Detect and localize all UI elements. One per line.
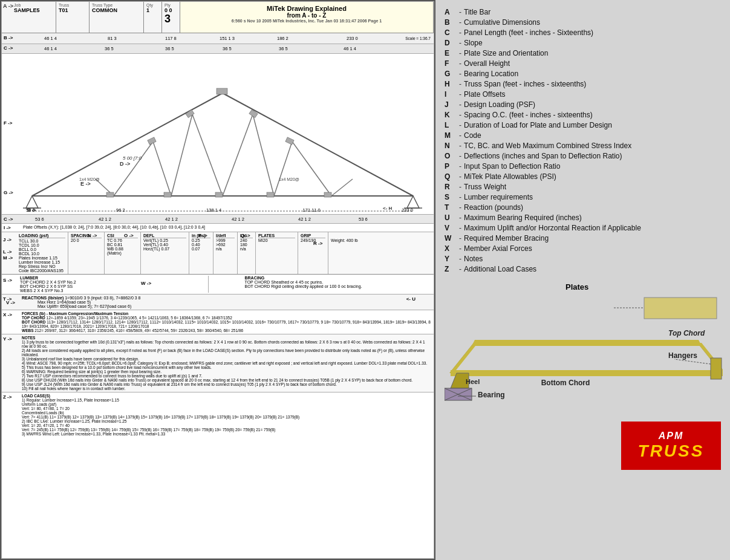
csi-matrix: (Matrix) xyxy=(107,251,138,255)
dim-b-1: 46 1 4 xyxy=(44,36,57,41)
type-value: COMMON xyxy=(92,7,141,13)
svg-text:1x4 M20@: 1x4 M20@ xyxy=(279,177,299,181)
legend-text-j: Design Loading (PSF) xyxy=(464,100,535,109)
dim-c-2: 36 5 xyxy=(105,46,114,51)
svg-text:D ->: D -> xyxy=(120,161,130,167)
arrow-j-label: J -> xyxy=(3,237,11,243)
defl-col: O -> DEFL Vert(TL) 0.25 Vert(TL) 0.40 Ho… xyxy=(141,232,189,274)
legend-letter-q: Q xyxy=(445,172,457,181)
in-loc-col: in (loc) 0.25 0.40 0.07 xyxy=(189,232,213,274)
load-cases-row: Z -> LOAD CASE(S) 1) Regular: Lumber Inc… xyxy=(2,392,434,437)
sub-dim-6: 53 6 xyxy=(359,217,368,222)
legend-item-u: U - Maximum Bearing Required (inches) xyxy=(445,213,721,222)
drawing-area: A -> Job SAMPLE5 Truss T01 Truss Type CO… xyxy=(1,1,434,559)
legend-text-y: Notes xyxy=(464,255,483,263)
legend-letter-u: U xyxy=(445,213,457,222)
grip-header: GRIP xyxy=(301,233,325,238)
csi-col: N -> CSI TC 0.76 BC 0.81 WB 0.88 (Matrix… xyxy=(105,232,141,274)
load-case-vert2: Vert: 7= 411(B) 11= 1379(B) 12= 1379(B) … xyxy=(22,415,431,419)
reactions-uplift: Max Uplift= 659(load case 5); 7= 627(loa… xyxy=(22,304,431,308)
lumber-incr: Lumber Increase 1.15 xyxy=(19,260,65,264)
legend-item-t: T - Reaction (pounds) xyxy=(445,203,721,212)
note-4: 4) Wind: ASCE 798, 90 mph; n=25ft; TCDL=… xyxy=(22,361,431,365)
plates-header: PLATES xyxy=(258,233,295,238)
defl-vert-tl2: Vert(TL) 0.40 xyxy=(143,243,186,247)
legend-text-r: Truss Weight xyxy=(464,183,506,191)
legend-text-n: TC, BC. and Web Maximum Combined Stress … xyxy=(464,142,631,150)
load-case-uniform: Uniform Loads (psf) xyxy=(22,402,431,406)
note-6: 6) WARNING: Required bearing size at joi… xyxy=(22,370,431,374)
dim-b-2: 81 3 xyxy=(108,36,117,41)
arrow-x-label: X -> xyxy=(3,312,12,317)
arrow-r-label: R -> xyxy=(313,241,322,246)
job-value: SAMPLE5 xyxy=(14,7,53,13)
legend-item-h: H - Truss Span (feet - inches - sixteent… xyxy=(445,80,721,88)
l-defl-header: l/defl xyxy=(216,233,235,238)
load-case-1: 1) Regular: Lumber Increase=1.15, Plate … xyxy=(22,398,431,402)
ltd-2: 180 xyxy=(240,243,253,247)
svg-rect-13 xyxy=(217,88,227,94)
legend-letter-y: Y xyxy=(445,255,457,263)
type-label: Truss Type xyxy=(92,3,141,7)
legend-letter-g: G xyxy=(445,70,457,78)
notes-row: Y -> NOTES 1) 3 ply truss to be connecte… xyxy=(2,334,434,392)
dimension-b-row: B -> 46 1 4 81 3 117 8 151 1 3 186 2 233… xyxy=(2,33,434,44)
plate-offsets-row: I -> Plate Offsets (X,Y): [1,038 0; 24],… xyxy=(2,224,434,232)
load-case-2c: Vert: 7= 245(B) 11= 759(B) 12= 759(B) 13… xyxy=(22,428,431,432)
defl-horz-tl: Horz(TL) 0.07 xyxy=(143,247,186,251)
load-case-vert1: Vert: 1= 80, 47=80, 1 7= 20 xyxy=(22,406,431,411)
legend-text-i: Plate Offsets xyxy=(464,90,505,99)
notes-header: NOTES xyxy=(22,336,431,340)
svg-marker-54 xyxy=(451,370,723,376)
spacing-value: 20 0 xyxy=(71,238,102,243)
drawing-ref: 6:560 s Nov 10 2005 MiTek Industries, In… xyxy=(183,19,430,23)
svg-line-12 xyxy=(331,179,353,196)
svg-line-9 xyxy=(253,114,274,196)
legend-letter-c: C xyxy=(445,28,457,37)
notes-content: NOTES 1) 3 ply truss to be connected tog… xyxy=(5,336,431,391)
svg-rect-18 xyxy=(324,192,331,197)
svg-marker-24 xyxy=(407,196,419,208)
legend-text-f: Overall Height xyxy=(464,59,510,68)
svg-line-5 xyxy=(153,142,171,196)
truss-diagram-svg: Top Chord Hangers Bottom Chord Heel Bear… xyxy=(445,295,723,415)
plates-incr: Plates Increase 1.15 xyxy=(19,256,65,260)
legend-text-s: Lumber requirements xyxy=(464,193,533,201)
legend-item-v: V - Maximum Uplift and/or Horzontal Reac… xyxy=(445,224,721,232)
legend-text-t: Reaction (pounds) xyxy=(464,203,523,212)
arrow-o-label: O -> xyxy=(124,233,134,238)
legend-letter-l: L xyxy=(445,121,457,129)
legend-letter-v: V xyxy=(445,224,457,232)
bot-chord-lumber: BOT CHORD 2 X 6 SYP SS xyxy=(20,284,208,288)
legend-item-s: S - Lumber requirements xyxy=(445,193,721,201)
bracing-header: BRACING xyxy=(245,276,433,280)
arrow-y-label: Y -> xyxy=(3,336,12,342)
svg-rect-19 xyxy=(148,137,156,145)
legend-item-k: K - Spacing O.C. (feet - inches - sixtee… xyxy=(445,111,721,119)
diagram-plates-title: Plates xyxy=(565,282,721,291)
legend-item-g: G - Bearing Location xyxy=(445,70,721,78)
legend-item-z: Z - Additional Load Cases xyxy=(445,265,721,273)
legend-letter-f: F xyxy=(445,59,457,68)
reactions-line1: 1=9010/0 3 9 (input: 03 8), 7=8862/0 3 8 xyxy=(65,296,140,300)
span-b5: 233 0 xyxy=(402,207,413,213)
truss-drawing-container: F -> G -> xyxy=(2,54,434,214)
dim-c-6: 46 1 4 xyxy=(344,46,356,51)
defl-header: DEFL xyxy=(143,233,186,238)
forces-header: FORCES (lb) - Maximum Compression/Maximu… xyxy=(22,311,431,316)
truss-label: Truss xyxy=(59,3,86,7)
legend-item-r: R - Truss Weight xyxy=(445,183,721,191)
truss-svg: 5 00 [7:0 1x4 M20@ 1x4 M20@ T3 12 11 10 … xyxy=(2,54,425,214)
forces-content: FORCES (lb) - Maximum Compression/Maximu… xyxy=(5,311,431,333)
loading-header: LOADING (psf) xyxy=(19,233,65,238)
svg-rect-15 xyxy=(164,192,171,197)
legend-item-w: W - Required Member Bracing xyxy=(445,234,721,243)
legend-item-y: Y - Notes xyxy=(445,255,721,263)
tcll-row: TCLL 30.0 xyxy=(19,239,65,243)
legend-item-j: J - Design Loading (PSF) xyxy=(445,100,721,109)
legend-text-x: Member Axial Forces xyxy=(464,244,532,253)
ply-number: 3 xyxy=(165,13,177,24)
defl-vert-tl: Vert(TL) 0.25 xyxy=(143,238,186,243)
svg-text:Top Chord: Top Chord xyxy=(668,329,705,337)
note-2: 2) All loads are considered equally appl… xyxy=(22,348,431,357)
